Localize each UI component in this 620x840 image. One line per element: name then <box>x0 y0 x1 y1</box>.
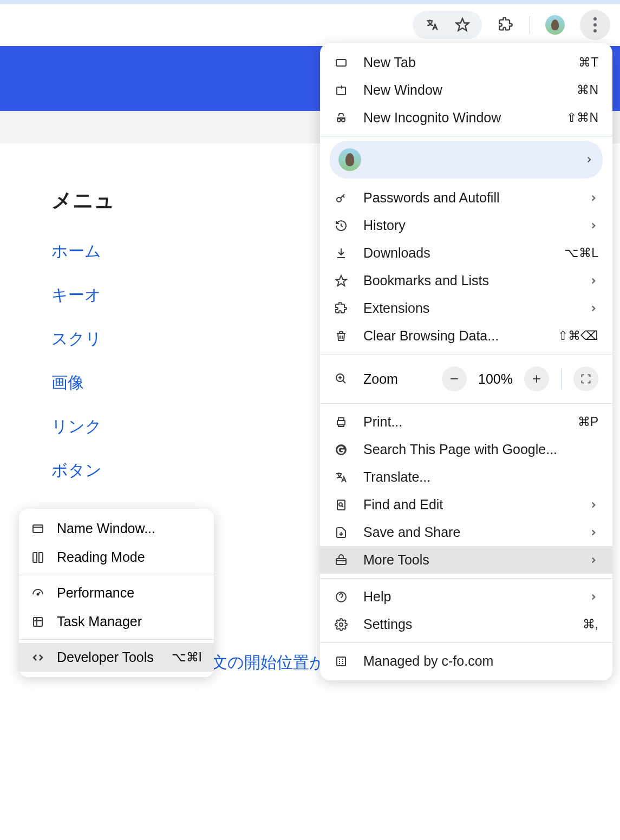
translate-icon <box>334 470 348 484</box>
trash-icon <box>334 329 348 343</box>
help-icon <box>334 590 348 604</box>
menu-item-label: Bookmarks and Lists <box>363 273 573 288</box>
svg-rect-8 <box>337 421 345 425</box>
toolbar-divider <box>530 16 530 34</box>
menu-item-shortcut: ⇧⌘⌫ <box>558 329 598 343</box>
menu-item-clear-data[interactable]: Clear Browsing Data... ⇧⌘⌫ <box>320 322 612 350</box>
grid-icon <box>31 615 45 629</box>
extensions-icon[interactable] <box>497 16 514 34</box>
zoom-label: Zoom <box>363 371 427 387</box>
menu-item-more-tools[interactable]: More Tools <box>320 546 612 574</box>
zoom-value: 100% <box>477 371 514 387</box>
chevron-right-icon <box>589 193 598 203</box>
svg-rect-15 <box>33 525 43 533</box>
bookmark-star-icon[interactable] <box>454 16 471 34</box>
menu-item-label: New Window <box>363 82 562 98</box>
menu-item-label: Search This Page with Google... <box>363 442 598 457</box>
fullscreen-button[interactable] <box>573 366 598 391</box>
svg-rect-11 <box>336 559 346 565</box>
submenu-item-task-manager[interactable]: Task Manager <box>19 607 214 636</box>
menu-divider <box>320 578 612 579</box>
menu-divider <box>320 642 612 643</box>
menu-item-label: New Tab <box>363 55 563 70</box>
svg-point-3 <box>337 119 341 122</box>
toolbox-icon <box>334 553 348 567</box>
key-icon <box>334 191 348 205</box>
window-icon <box>31 522 45 536</box>
incognito-icon <box>334 111 348 125</box>
svg-rect-14 <box>337 657 345 666</box>
menu-item-label: Print... <box>363 414 563 430</box>
menu-item-shortcut: ⌥⌘L <box>564 246 598 260</box>
svg-marker-0 <box>456 18 468 30</box>
window-top-strip <box>0 0 620 4</box>
menu-item-downloads[interactable]: Downloads ⌥⌘L <box>320 239 612 267</box>
submenu-item-label: Developer Tools <box>57 649 160 665</box>
find-in-page-icon <box>334 498 348 512</box>
chevron-right-icon <box>589 555 598 565</box>
menu-item-label: New Incognito Window <box>363 110 551 126</box>
chevron-right-icon <box>589 221 598 231</box>
menu-item-search-google[interactable]: Search This Page with Google... <box>320 436 612 463</box>
menu-item-label: Clear Browsing Data... <box>363 328 543 344</box>
translate-icon[interactable] <box>423 16 441 34</box>
svg-point-4 <box>342 119 345 122</box>
submenu-item-label: Performance <box>57 585 202 601</box>
menu-item-extensions[interactable]: Extensions <box>320 294 612 322</box>
building-icon <box>334 654 348 668</box>
menu-item-save-share[interactable]: Save and Share <box>320 519 612 546</box>
svg-point-13 <box>340 623 343 626</box>
tab-icon <box>334 56 348 70</box>
profile-avatar-icon <box>338 148 361 171</box>
menu-item-zoom: Zoom − 100% + <box>320 359 612 399</box>
history-icon <box>334 219 348 233</box>
menu-item-translate[interactable]: Translate... <box>320 463 612 491</box>
zoom-out-button[interactable]: − <box>442 366 467 391</box>
svg-rect-1 <box>336 60 346 66</box>
menu-item-shortcut: ⌘N <box>577 83 598 97</box>
menu-item-history[interactable]: History <box>320 212 612 239</box>
menu-item-label: Settings <box>363 616 567 632</box>
code-icon <box>31 651 45 665</box>
menu-item-label: Managed by c-fo.com <box>363 653 598 669</box>
menu-item-find-edit[interactable]: Find and Edit <box>320 491 612 519</box>
submenu-divider <box>19 575 214 575</box>
menu-item-label: Translate... <box>363 469 598 485</box>
menu-item-passwords[interactable]: Passwords and Autofill <box>320 184 612 212</box>
zoom-divider <box>561 369 562 389</box>
svg-point-16 <box>37 593 39 595</box>
menu-item-label: History <box>363 218 573 233</box>
gear-icon <box>334 618 348 632</box>
chrome-main-menu: New Tab ⌘T New Window ⌘N New Incognito W… <box>320 43 612 680</box>
zoom-in-button[interactable]: + <box>524 366 549 391</box>
menu-item-print[interactable]: Print... ⌘P <box>320 408 612 436</box>
menu-item-new-window[interactable]: New Window ⌘N <box>320 76 612 104</box>
chevron-right-icon <box>584 155 594 165</box>
menu-item-label: More Tools <box>363 552 573 568</box>
menu-item-label: Save and Share <box>363 524 573 540</box>
submenu-item-reading-mode[interactable]: Reading Mode <box>19 543 214 572</box>
svg-marker-6 <box>336 275 347 286</box>
menu-item-shortcut: ⌘T <box>578 55 598 70</box>
new-window-icon <box>334 83 348 97</box>
menu-item-shortcut: ⌘P <box>578 415 598 429</box>
menu-item-new-tab[interactable]: New Tab ⌘T <box>320 49 612 76</box>
submenu-divider <box>19 639 214 640</box>
chevron-right-icon <box>589 528 598 537</box>
profile-avatar-icon[interactable] <box>545 15 565 35</box>
menu-item-label: Extensions <box>363 300 573 316</box>
menu-item-new-incognito[interactable]: New Incognito Window ⇧⌘N <box>320 104 612 132</box>
menu-divider <box>320 136 612 136</box>
submenu-item-performance[interactable]: Performance <box>19 579 214 607</box>
submenu-item-name-window[interactable]: Name Window... <box>19 514 214 543</box>
menu-item-help[interactable]: Help <box>320 583 612 611</box>
chrome-menu-button[interactable] <box>580 10 610 40</box>
book-icon <box>31 550 45 565</box>
submenu-item-label: Reading Mode <box>57 549 202 565</box>
chevron-right-icon <box>589 304 598 313</box>
menu-item-bookmarks[interactable]: Bookmarks and Lists <box>320 267 612 294</box>
menu-item-managed[interactable]: Managed by c-fo.com <box>320 647 612 675</box>
submenu-item-developer-tools[interactable]: Developer Tools ⌥⌘I <box>19 643 214 672</box>
menu-item-settings[interactable]: Settings ⌘, <box>320 611 612 638</box>
menu-profile-row[interactable] <box>330 141 603 179</box>
